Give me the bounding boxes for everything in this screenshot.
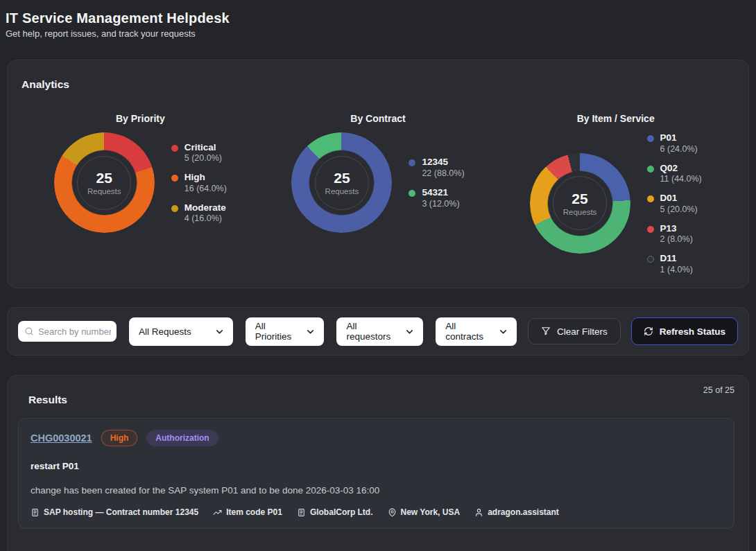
legend-value: 5 (20.0%) <box>660 204 698 214</box>
search-icon <box>24 326 34 336</box>
user-icon <box>474 508 483 517</box>
legend-item-q02: Q0211 (44.0%) <box>647 163 702 184</box>
donut-total-label: Requests <box>563 208 597 216</box>
legend-value: 22 (88.0%) <box>422 168 464 178</box>
results-title: Results <box>28 394 67 406</box>
legend-label: Moderate <box>184 202 226 213</box>
meta-contract: SAP hosting — Contract number 12345 <box>31 507 198 517</box>
legend-value: 1 (4.0%) <box>660 265 693 274</box>
company-icon <box>297 508 306 517</box>
donut-total-label: Requests <box>325 187 359 195</box>
donut-center: 25 Requests <box>291 132 392 233</box>
donut-chart-contract: 25 Requests <box>291 132 392 233</box>
meta-text: GlobalCorp Ltd. <box>310 507 373 517</box>
donut-total-label: Requests <box>87 187 121 195</box>
result-summary: restart P01 <box>31 461 721 471</box>
meta-company: GlobalCorp Ltd. <box>297 507 373 517</box>
donut-chart-item-service: 25 Requests <box>530 153 630 254</box>
clear-filters-button[interactable]: Clear Filters <box>528 318 621 344</box>
legend-label: P13 <box>660 223 693 234</box>
filter-dropdown-priorities[interactable]: All Priorities <box>246 317 325 346</box>
analytics-panel: Analytics By Priority 25 Requests Critic… <box>7 60 749 288</box>
legend-item-d11: D111 (4.0%) <box>647 253 702 274</box>
meta-item-code: Item code P01 <box>213 507 282 517</box>
filter-dropdown-requests[interactable]: All Requests <box>129 317 233 346</box>
page-subtitle: Get help, report issues, and track your … <box>6 28 750 39</box>
legend-value: 6 (24.0%) <box>660 144 698 154</box>
result-meta-row: SAP hosting — Contract number 12345 Item… <box>31 507 721 517</box>
filter-dropdown-contracts[interactable]: All contracts <box>436 317 517 346</box>
donut-total: 25 <box>96 170 112 186</box>
legend-value: 2 (8.0%) <box>660 234 693 244</box>
legend-label: 54321 <box>422 187 459 198</box>
legend-value: 3 (12.0%) <box>422 199 459 209</box>
legend-label: P01 <box>660 132 698 143</box>
analytics-title: Analytics <box>22 78 734 91</box>
legend-value: 5 (20.0%) <box>184 153 222 163</box>
page-title: IT Service Management Helpdesk <box>6 10 750 26</box>
legend-item-d01: D015 (20.0%) <box>647 193 702 214</box>
legend-label: Q02 <box>660 163 702 174</box>
legend-dot <box>647 195 654 202</box>
donut-total: 25 <box>572 191 587 207</box>
donut-chart-priority: 25 Requests <box>54 132 155 233</box>
legend-item-moderate: Moderate4 (16.0%) <box>171 202 227 224</box>
legend-label: High <box>184 172 227 183</box>
legend-dot <box>647 166 654 173</box>
meta-location: New York, USA <box>388 507 461 517</box>
chart-title: By Priority <box>116 113 165 124</box>
chart-legend: 1234522 (88.0%)543213 (12.0%) <box>409 157 464 208</box>
refresh-status-label: Refresh Status <box>660 326 725 337</box>
chart-by-contract: By Contract 25 Requests 1234522 (88.0%)5… <box>259 113 497 274</box>
legend-label: D01 <box>660 193 698 204</box>
contract-icon <box>31 508 40 517</box>
priority-badge: High <box>101 430 138 446</box>
search-box <box>18 321 117 342</box>
request-number-link[interactable]: CHG0030021 <box>31 432 92 444</box>
chevron-down-icon <box>305 326 316 337</box>
legend-label: D11 <box>660 253 693 264</box>
chevron-down-icon <box>214 326 225 337</box>
chevron-down-icon <box>404 326 415 337</box>
charts-row: By Priority 25 Requests Critical5 (20.0%… <box>22 113 734 274</box>
result-description: change has been created for the SAP syst… <box>31 485 721 496</box>
legend-item-p01: P016 (24.0%) <box>647 132 702 154</box>
chart-title: By Item / Service <box>577 113 655 124</box>
legend-dot <box>409 190 415 197</box>
donut-center: 25 Requests <box>530 153 630 254</box>
refresh-status-button[interactable]: Refresh Status <box>631 317 738 345</box>
dropdown-value: All Requests <box>139 326 191 337</box>
donut-total: 25 <box>334 170 350 186</box>
result-card: CHG0030021 High Authorization restart P0… <box>18 418 734 529</box>
legend-dot <box>647 135 654 142</box>
legend-value: 16 (64.0%) <box>184 184 227 193</box>
meta-text: New York, USA <box>401 507 461 517</box>
filter-funnel-icon <box>541 326 551 336</box>
state-badge: Authorization <box>146 430 218 446</box>
legend-dot <box>409 159 415 166</box>
result-head: CHG0030021 High Authorization <box>31 430 721 446</box>
clear-filters-label: Clear Filters <box>557 326 608 337</box>
legend-item-p13: P132 (8.0%) <box>647 223 702 245</box>
dropdown-value: All Priorities <box>255 321 299 342</box>
filter-dropdown-requestors[interactable]: All requestors <box>336 317 423 346</box>
chart-by-priority: By Priority 25 Requests Critical5 (20.0%… <box>22 113 259 274</box>
chart-title: By Contract <box>350 113 405 124</box>
legend-dot <box>171 175 178 182</box>
dropdown-value: All contracts <box>445 321 491 342</box>
chart-by-item-service: By Item / Service 25 Requests P016 (24.0… <box>497 113 734 274</box>
trending-up-icon <box>213 508 222 517</box>
legend-dot <box>647 256 654 263</box>
page-header: IT Service Management Helpdesk Get help,… <box>0 0 756 39</box>
donut-center: 25 Requests <box>54 132 155 233</box>
meta-text: adragon.assistant <box>488 507 559 517</box>
dropdown-value: All requestors <box>346 321 397 342</box>
results-header: Results 25 of 25 <box>8 376 748 406</box>
legend-dot <box>171 145 178 152</box>
chart-legend: Critical5 (20.0%)High16 (64.0%)Moderate4… <box>171 142 227 224</box>
legend-item-12345: 1234522 (88.0%) <box>409 157 464 178</box>
chevron-down-icon <box>498 326 508 337</box>
refresh-icon <box>644 326 653 336</box>
legend-value: 11 (44.0%) <box>660 174 702 184</box>
legend-item-54321: 543213 (12.0%) <box>409 187 464 209</box>
